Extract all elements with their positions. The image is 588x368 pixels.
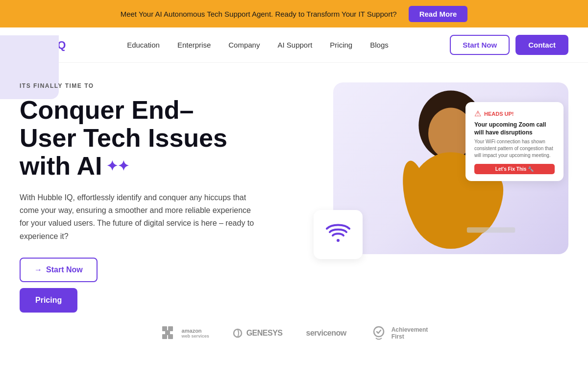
genesys-label: GENESYS (246, 329, 283, 338)
hero-right: ⚠ Heads up! Your upcoming Zoom call will… (314, 82, 568, 269)
nav-link-company[interactable]: Company (228, 41, 260, 49)
svg-point-7 (337, 239, 340, 242)
hero-eyebrow: ITS FINALLY TIME TO (20, 82, 255, 89)
banner-text: Meet Your AI Autonomous Tech Support Age… (121, 10, 397, 18)
nav-link-enterprise[interactable]: Enterprise (177, 41, 211, 49)
svg-rect-11 (162, 334, 167, 339)
hero-buttons: → Start Now Pricing (20, 258, 255, 313)
top-banner: Meet Your AI Autonomous Tech Support Age… (0, 0, 588, 27)
logo-achievement-first: Achievement First (370, 324, 428, 342)
nav-link-pricing[interactable]: Pricing (330, 41, 352, 49)
achievement-first-label: Achievement (392, 326, 428, 333)
warning-triangle-icon: ⚠ (474, 109, 481, 118)
hero-pricing-button[interactable]: Pricing (20, 288, 77, 313)
notification-card: ⚠ Heads up! Your upcoming Zoom call will… (466, 102, 564, 181)
notification-cta-button[interactable]: Let's Fix This 🔧 (474, 164, 555, 174)
sparkle-icon: ✦✦ (106, 159, 129, 174)
genesys-icon (233, 328, 243, 338)
aws-icon (160, 324, 178, 342)
nav-link-blogs[interactable]: Blogs (370, 41, 389, 49)
nav-links: Education Enterprise Company AI Support … (127, 41, 389, 49)
wifi-card (314, 210, 363, 259)
hero-start-now-button[interactable]: → Start Now (20, 258, 98, 282)
nav-start-now-button[interactable]: Start Now (450, 35, 510, 55)
nav-actions: Start Now Contact (450, 35, 568, 55)
svg-rect-6 (467, 227, 515, 233)
aws-label: amazon (182, 328, 209, 334)
hero-description: With Hubble IQ, effortlessly identify an… (20, 191, 255, 243)
logo-aws: amazon web services (160, 324, 209, 342)
nav-contact-button[interactable]: Contact (515, 35, 568, 55)
svg-rect-12 (168, 334, 173, 339)
servicenow-label: servicenow (306, 329, 346, 338)
wifi-icon (326, 222, 350, 247)
notification-title: Your upcoming Zoom call will have disrup… (474, 121, 555, 136)
arrow-right-icon: → (34, 265, 42, 274)
notification-warning: ⚠ Heads up! (474, 109, 555, 118)
hero-section: ITS FINALLY TIME TO Conquer End– User Te… (0, 63, 588, 313)
nav-link-ai-support[interactable]: AI Support (277, 41, 312, 49)
navbar: HubbleIQ Education Enterprise Company AI… (0, 27, 588, 63)
read-more-button[interactable]: Read More (409, 6, 468, 22)
nav-link-education[interactable]: Education (127, 41, 160, 49)
achievement-first-sub: First (392, 333, 428, 340)
logo-genesys: GENESYS (233, 328, 283, 338)
hero-left: ITS FINALLY TIME TO Conquer End– User Te… (20, 82, 255, 313)
logo-servicenow: servicenow (306, 329, 346, 338)
aws-sub-label: web services (182, 334, 209, 339)
logos-bar: amazon web services GENESYS servicenow A… (0, 313, 588, 342)
hero-title: Conquer End– User Tech Issues with AI ✦✦ (20, 96, 255, 181)
notification-body: Your WiFi connection has shown consisten… (474, 138, 555, 159)
heads-up-label: Heads up! (484, 111, 514, 117)
achievement-first-icon (370, 324, 388, 342)
